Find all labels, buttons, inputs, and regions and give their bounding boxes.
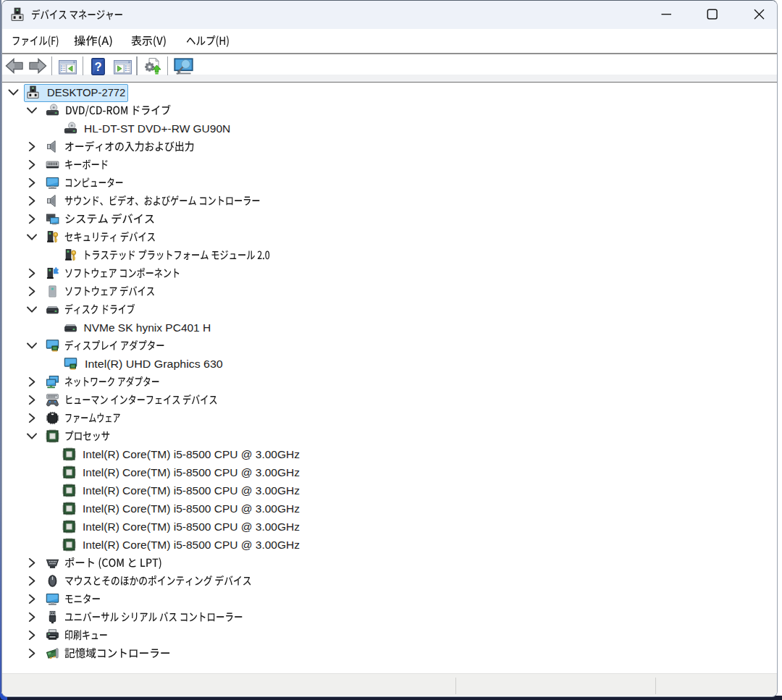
svg-text:?: ? — [94, 60, 101, 73]
